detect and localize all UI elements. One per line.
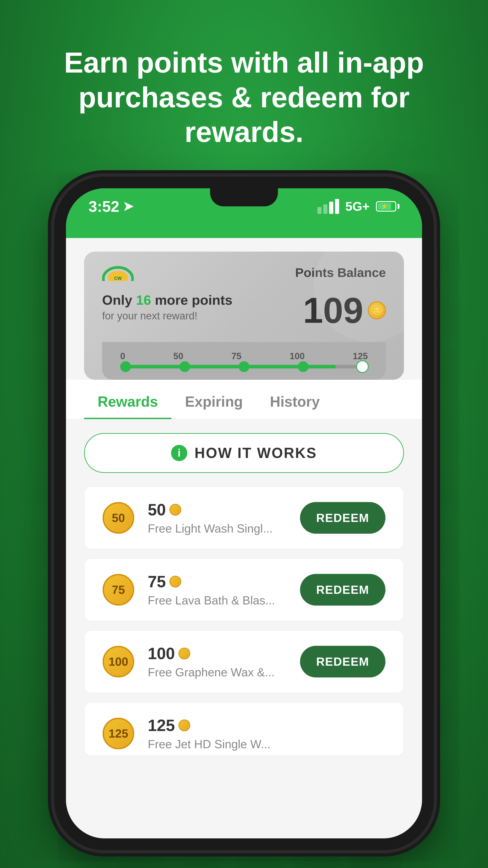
card-top: CW Points Balance [102, 265, 386, 283]
reward-item-50: 50 50 Free Light Wash Singl... REDEEM [84, 487, 404, 549]
reward-coin-100: 100 [103, 646, 134, 677]
reward-coin-125: 125 [103, 718, 134, 749]
message-prefix: Only [102, 292, 136, 308]
svg-text:CW: CW [114, 276, 122, 281]
phone-notch [210, 188, 278, 206]
reward-points-num-50: 50 [148, 500, 166, 519]
signal-bar-3 [329, 202, 333, 214]
progress-label-125: 125 [353, 351, 368, 361]
signal-bar-1 [318, 207, 322, 214]
points-value: 109 [303, 292, 363, 329]
signal-bar-4 [335, 199, 339, 214]
progress-label-0: 0 [120, 351, 125, 361]
points-message-main: Only 16 more points [102, 292, 303, 308]
reward-points-75: 75 [148, 572, 287, 591]
reward-coin-75: 75 [103, 574, 134, 606]
progress-labels: 0 50 75 100 125 [120, 351, 368, 361]
reward-item-75: 75 75 Free Lava Bath & Blas... REDEEM [84, 558, 404, 621]
network-type: 5G+ [346, 199, 369, 214]
signal-bars [318, 199, 339, 214]
reward-desc-50: Free Light Wash Singl... [148, 522, 287, 535]
signal-bar-2 [323, 204, 327, 214]
reward-points-num-125: 125 [148, 716, 175, 735]
reward-coin-small-50 [169, 504, 181, 516]
reward-item-125: 125 125 Free Jet HD Single W... [84, 702, 404, 756]
location-icon: ➤ [123, 199, 133, 214]
reward-coin-small-100 [178, 648, 190, 659]
reward-desc-100: Free Graphene Wax &... [148, 665, 287, 679]
app-logo: CW [102, 265, 138, 283]
battery-fill: ⚡ [378, 203, 391, 210]
battery-body: ⚡ [376, 201, 396, 212]
progress-dot-125 [357, 361, 368, 372]
redeem-button-100[interactable]: REDEEM [300, 646, 385, 677]
reward-points-num-75: 75 [148, 572, 166, 591]
reward-points-num-100: 100 [148, 644, 175, 663]
points-message-sub: for your next reward! [102, 310, 303, 322]
redeem-button-50[interactable]: REDEEM [300, 502, 385, 534]
phone-frame: 3:52 ➤ 5G+ ⚡ [54, 177, 434, 850]
reward-info-125: 125 Free Jet HD Single W... [148, 716, 385, 751]
reward-info-75: 75 Free Lava Bath & Blas... [148, 572, 287, 607]
battery-bolt: ⚡ [381, 203, 388, 210]
points-message: Only 16 more points for your next reward… [102, 292, 303, 322]
reward-coin-small-125 [178, 719, 190, 731]
progress-dot-100 [298, 361, 308, 372]
progress-dot-0 [120, 361, 131, 372]
points-balance-label: Points Balance [295, 265, 386, 280]
app-content: CW Points Balance Only 16 more points fo… [66, 220, 422, 838]
points-card: CW Points Balance Only 16 more points fo… [84, 252, 404, 380]
progress-track [120, 365, 368, 368]
message-highlight: 16 [136, 292, 151, 308]
battery-icon: ⚡ [376, 201, 399, 212]
reward-coin-small-75 [169, 576, 181, 587]
status-right: 5G+ ⚡ [318, 199, 399, 214]
card-middle: Only 16 more points for your next reward… [102, 292, 386, 329]
reward-desc-75: Free Lava Bath & Blas... [148, 594, 287, 607]
tab-rewards[interactable]: Rewards [84, 380, 171, 419]
how-it-works-label: HOW IT WORKS [195, 445, 317, 461]
tab-history[interactable]: History [256, 380, 333, 419]
progress-dots [120, 361, 368, 372]
progress-label-100: 100 [290, 351, 305, 361]
status-time: 3:52 ➤ [89, 197, 133, 215]
battery-tip [398, 204, 399, 209]
reward-info-100: 100 Free Graphene Wax &... [148, 644, 287, 679]
progress-dot-75 [238, 361, 250, 372]
time-display: 3:52 [89, 197, 119, 215]
reward-info-50: 50 Free Light Wash Singl... [148, 500, 287, 535]
progress-label-75: 75 [231, 351, 241, 361]
tab-expiring[interactable]: Expiring [171, 380, 256, 419]
points-number: 109 🪙 [303, 292, 386, 329]
progress-dot-50 [180, 361, 190, 372]
phone-screen: 3:52 ➤ 5G+ ⚡ [66, 188, 422, 838]
logo-svg: CW [102, 265, 134, 281]
reward-points-100: 100 [148, 644, 287, 663]
reward-item-100: 100 100 Free Graphene Wax &... REDEEM [84, 630, 404, 693]
reward-coin-50: 50 [103, 502, 134, 534]
progress-label-50: 50 [173, 351, 184, 361]
redeem-button-75[interactable]: REDEEM [300, 574, 385, 606]
app-header-green [66, 220, 422, 238]
progress-section: 0 50 75 100 125 [102, 342, 386, 380]
message-suffix: more points [151, 292, 232, 308]
info-icon: i [171, 445, 187, 461]
how-it-works-button[interactable]: i HOW IT WORKS [84, 433, 404, 473]
tabs-section: Rewards Expiring History [66, 380, 422, 420]
rewards-list: 50 50 Free Light Wash Singl... REDEEM 7 [66, 487, 422, 756]
reward-points-125: 125 [148, 716, 385, 735]
hero-text: Earn points with all in-app purchases & … [18, 0, 470, 177]
reward-points-50: 50 [148, 500, 287, 519]
points-coin-icon: 🪙 [368, 301, 386, 319]
reward-desc-125: Free Jet HD Single W... [148, 737, 385, 751]
